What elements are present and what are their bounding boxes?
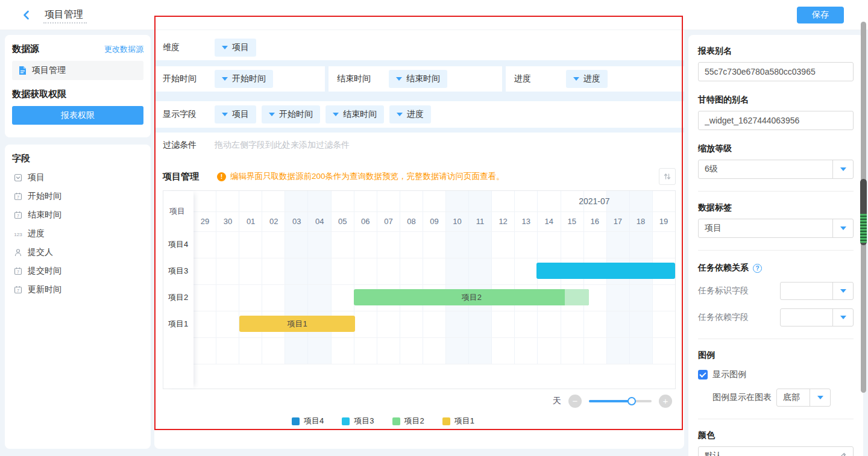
display-fields-label: 显示字段 [163,109,215,120]
display-field-chip[interactable]: 进度 [389,105,431,123]
field-item[interactable]: 7提交时间 [12,261,143,280]
gantt-chart: 项目 项目4项目3项目2项目1 2021-07 2930010203040506… [163,190,676,389]
zoom-in-button[interactable]: + [659,395,672,408]
start-time-box: 开始时间 开始时间 [154,66,325,92]
time-config-row: 开始时间 开始时间 结束时间 结束时间 进度 进度 [154,66,684,92]
gantt-bar-remaining [565,289,589,305]
filter-row[interactable]: 过滤条件 拖动左侧字段到此处来添加过滤条件 [154,133,684,158]
svg-text:7: 7 [17,195,19,199]
color-input[interactable]: 默认 [698,446,854,456]
legend-position-value: 底部 [777,392,810,403]
chevron-down-icon [269,113,275,116]
chevron-down-icon [222,113,228,116]
gantt-label-column: 项目 项目4项目3项目2项目1 [163,191,193,389]
datasource-item[interactable]: 项目管理 [12,61,143,80]
report-alias-label: 报表别名 [698,46,854,57]
config-section: 维度 项目 开始时间 开始时间 结束时间 结束时间 进度 进度 显示字段 项目开… [154,34,684,158]
chevron-down-icon [222,46,228,49]
svg-text:123: 123 [14,231,22,237]
field-item[interactable]: 7更新时间 [12,280,143,299]
show-legend-option[interactable]: 显示图例 [698,369,854,380]
gantt-alias-input[interactable] [698,111,854,130]
field-item-label: 进度 [28,228,45,239]
gantt-bar[interactable] [536,263,675,279]
permission-title: 数据获取权限 [12,89,143,100]
start-time-chip[interactable]: 开始时间 [215,70,273,88]
calendar-icon: 7 [13,266,23,276]
zoom-slider-handle[interactable] [627,397,636,405]
field-item-label: 结束时间 [28,210,61,220]
field-item[interactable]: 提交人 [12,243,143,261]
legend-swatch [392,417,400,425]
field-item-label: 提交人 [28,247,53,258]
chip-label: 项目 [232,109,249,120]
gantt-day-label: 04 [308,211,331,231]
chevron-down-icon [333,113,339,116]
sort-button[interactable] [659,168,676,185]
end-time-label: 结束时间 [337,73,389,84]
page-title[interactable]: 项目管理 [43,8,87,23]
warning-text: 编辑界面只取数据源前200条作为查询数据预览，完整数据请访问页面查看。 [230,171,505,182]
gantt-day-label: 08 [400,211,423,231]
preview-section: 项目管理 ! 编辑界面只取数据源前200条作为查询数据预览，完整数据请访问页面查… [154,167,684,426]
gantt-day-label: 15 [561,211,583,231]
gantt-day-label: 11 [469,211,492,231]
show-legend-checkbox[interactable] [698,370,708,379]
gantt-bar[interactable]: 项目2 [354,289,589,305]
sort-icon [663,172,671,181]
save-button[interactable]: 保存 [797,7,844,23]
progress-chip[interactable]: 进度 [566,70,608,88]
display-field-chip[interactable]: 项目 [215,105,256,123]
help-icon[interactable]: ? [753,264,762,273]
scrollbar-stripes [860,214,867,243]
number-icon: 123 [13,229,23,239]
show-legend-label: 显示图例 [712,369,746,380]
divider [698,419,854,419]
scrollbar-thumb[interactable] [860,179,867,245]
chip-label: 项目 [232,42,249,53]
dimension-label: 维度 [163,42,215,53]
fields-card: 字段 项目7开始时间7结束时间123进度提交人7提交时间7更新时间 [5,145,151,449]
preview-title: 项目管理 [163,171,199,183]
gantt-bar-label: 项目2 [462,292,482,303]
field-list: 项目7开始时间7结束时间123进度提交人7提交时间7更新时间 [12,168,143,299]
task-dependency-select[interactable] [780,308,854,326]
zoom-level-label: 缩放等级 [698,143,854,154]
gantt-row-label: 项目2 [163,284,193,311]
legend-position-select[interactable]: 底部 [776,389,831,407]
edit-pencil-icon[interactable] [838,452,847,456]
data-label-select[interactable]: 项目 [698,219,854,238]
gantt-day-label: 05 [331,211,354,231]
report-alias-input[interactable] [698,62,854,81]
field-item[interactable]: 项目 [12,168,143,187]
legend-item[interactable]: 项目1 [442,416,474,426]
display-field-chip[interactable]: 结束时间 [326,105,384,123]
legend-item[interactable]: 项目4 [292,416,324,426]
divider [698,339,854,339]
report-permission-button[interactable]: 报表权限 [12,106,143,125]
end-time-chip[interactable]: 结束时间 [389,70,447,88]
zoom-level-select[interactable]: 6级 [698,160,854,179]
legend-label: 项目3 [354,416,374,426]
gantt-row-label: 项目3 [163,258,193,284]
gantt-bar[interactable]: 项目1 [239,316,355,332]
back-button[interactable] [18,7,35,23]
display-field-chip[interactable]: 开始时间 [262,105,320,123]
calendar-icon: 7 [13,210,23,220]
field-item[interactable]: 7开始时间 [12,187,143,205]
gantt-row-label: 项目4 [163,231,193,258]
zoom-slider[interactable] [589,400,652,402]
field-item[interactable]: 7结束时间 [12,205,143,224]
task-id-select[interactable] [780,282,854,300]
legend-item[interactable]: 项目2 [392,416,424,426]
dimension-chip[interactable]: 项目 [215,39,256,57]
chip-label: 结束时间 [343,109,377,120]
legend-item[interactable]: 项目3 [342,416,374,426]
dimension-row: 维度 项目 [154,34,684,60]
svg-text:7: 7 [17,269,19,273]
field-item[interactable]: 123进度 [12,224,143,243]
zoom-out-button[interactable]: − [568,395,582,408]
legend-section-title: 图例 [698,350,854,361]
change-datasource-link[interactable]: 更改数据源 [104,44,143,55]
datasource-item-label: 项目管理 [32,65,66,76]
